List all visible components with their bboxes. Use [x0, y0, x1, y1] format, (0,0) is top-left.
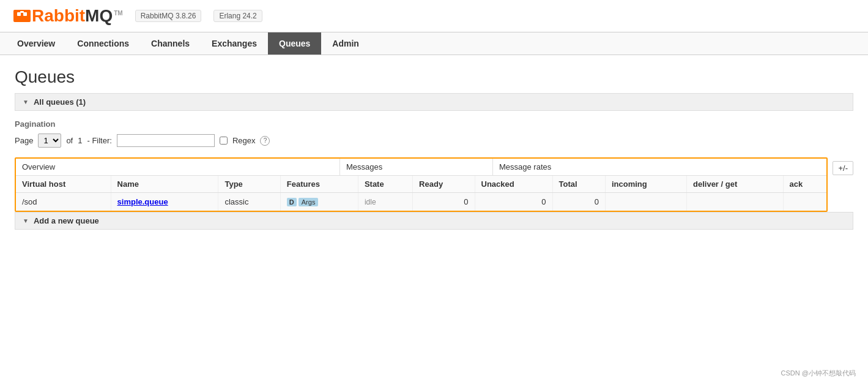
pagination-section: Pagination Page 1 of 1 - Filter: Regex ?	[15, 119, 853, 148]
col-header-state: State	[358, 176, 412, 193]
collapse-icon: ▼	[23, 99, 29, 105]
add-queue-section[interactable]: ▼ Add a new queue	[15, 212, 853, 230]
page-title: Queues	[15, 67, 853, 87]
nav-item-exchanges[interactable]: Exchanges	[201, 32, 268, 55]
cell-incoming	[605, 193, 686, 211]
feature-args-badge[interactable]: Args	[299, 198, 319, 206]
all-queues-section-header[interactable]: ▼ All queues (1)	[15, 93, 853, 111]
rabbitmq-version-badge: RabbitMQ 3.8.26	[135, 10, 202, 22]
cell-deliver-get	[687, 193, 784, 211]
rabbitmq-logo-icon	[12, 6, 32, 26]
filter-input[interactable]	[117, 134, 215, 147]
nav-item-connections[interactable]: Connections	[66, 32, 140, 55]
col-header-ack: ack	[783, 176, 826, 193]
col-group-header: Overview Messages Message rates	[16, 159, 826, 176]
nav-item-queues[interactable]: Queues	[268, 32, 321, 55]
svg-rect-2	[23, 12, 27, 16]
nav-item-overview[interactable]: Overview	[6, 32, 66, 55]
feature-d-badge: D	[287, 198, 297, 206]
logo-mq-text: MQ	[85, 6, 113, 25]
pagination-controls: Page 1 of 1 - Filter: Regex ?	[15, 134, 853, 148]
page-select[interactable]: 1	[38, 134, 61, 148]
page-label: Page	[15, 136, 33, 145]
regex-checkbox[interactable]	[220, 137, 228, 145]
cell-features: DArgs	[280, 193, 358, 211]
nav-link-queues[interactable]: Queues	[268, 32, 321, 55]
queues-table-box: Overview Messages Message rates Virtual …	[15, 157, 828, 212]
cell-name[interactable]: simple.queue	[111, 193, 218, 211]
col-header-ready: Ready	[413, 176, 475, 193]
cell-ready: 0	[413, 193, 475, 211]
cell-ack	[783, 193, 826, 211]
page-content: Queues ▼ All queues (1) Pagination Page …	[0, 55, 868, 242]
plus-minus-button[interactable]: +/-	[833, 161, 853, 175]
cell-unacked: 0	[475, 193, 552, 211]
state-idle-badge: idle	[365, 198, 376, 206]
nav-link-exchanges[interactable]: Exchanges	[201, 32, 268, 55]
of-value: 1	[78, 136, 82, 145]
all-queues-label: All queues (1)	[34, 97, 86, 107]
svg-rect-1	[17, 12, 21, 16]
logo-rabbit-text: Rabbit	[32, 6, 85, 25]
col-header-deliver-get: deliver / get	[687, 176, 784, 193]
queue-name-link[interactable]: simple.queue	[117, 197, 168, 206]
col-group-overview: Overview	[16, 159, 340, 175]
queues-table: Virtual host Name Type Features State Re…	[16, 176, 826, 211]
regex-label: Regex	[232, 136, 256, 145]
pagination-label: Pagination	[15, 119, 853, 129]
logo: RabbitMQTM	[12, 6, 123, 26]
col-group-rates: Message rates	[493, 159, 826, 175]
col-header-name: Name	[111, 176, 218, 193]
nav-link-channels[interactable]: Channels	[140, 32, 201, 55]
table-row: /sod simple.queue classic DArgs idle 0 0	[16, 193, 826, 211]
table-header-row: Virtual host Name Type Features State Re…	[16, 176, 826, 193]
header: RabbitMQTM RabbitMQ 3.8.26 Erlang 24.2	[0, 0, 868, 32]
nav-link-connections[interactable]: Connections	[66, 32, 140, 55]
nav-item-channels[interactable]: Channels	[140, 32, 201, 55]
logo-tm-text: TM	[114, 10, 122, 17]
cell-state: idle	[358, 193, 412, 211]
regex-help-icon[interactable]: ?	[260, 136, 270, 146]
add-queue-collapse-icon: ▼	[23, 217, 29, 224]
col-header-incoming: incoming	[605, 176, 686, 193]
col-header-unacked: Unacked	[475, 176, 552, 193]
cell-type: classic	[218, 193, 280, 211]
main-nav: Overview Connections Channels Exchanges …	[0, 32, 868, 55]
col-header-vhost: Virtual host	[16, 176, 111, 193]
col-group-messages: Messages	[340, 159, 493, 175]
add-queue-label: Add a new queue	[34, 216, 99, 225]
queues-table-wrapper: Overview Messages Message rates Virtual …	[15, 157, 853, 212]
of-label: of	[66, 136, 73, 145]
svg-rect-3	[20, 11, 24, 13]
col-header-total: Total	[552, 176, 605, 193]
cell-total: 0	[552, 193, 605, 211]
nav-link-admin[interactable]: Admin	[321, 32, 370, 55]
col-header-type: Type	[218, 176, 280, 193]
cell-vhost: /sod	[16, 193, 111, 211]
nav-item-admin[interactable]: Admin	[321, 32, 370, 55]
erlang-version-badge: Erlang 24.2	[213, 10, 262, 22]
filter-label: - Filter:	[87, 136, 111, 145]
nav-link-overview[interactable]: Overview	[6, 32, 66, 55]
col-header-features: Features	[280, 176, 358, 193]
